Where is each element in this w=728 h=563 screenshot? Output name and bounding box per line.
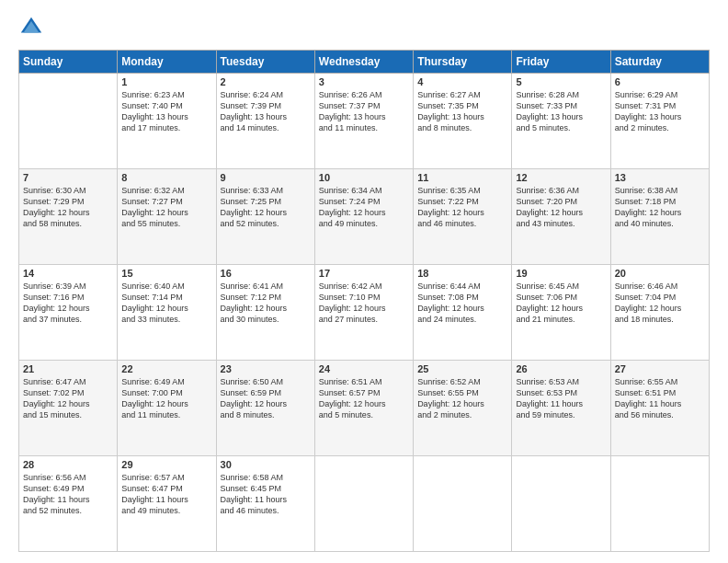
cell-info: Sunrise: 6:34 AMSunset: 7:24 PMDaylight:… xyxy=(319,185,409,230)
calendar-cell: 5Sunrise: 6:28 AMSunset: 7:33 PMDaylight… xyxy=(512,74,610,169)
day-number: 25 xyxy=(417,363,507,374)
header-row: SundayMondayTuesdayWednesdayThursdayFrid… xyxy=(19,51,710,74)
calendar-cell: 23Sunrise: 6:50 AMSunset: 6:59 PMDayligh… xyxy=(216,361,314,456)
calendar-cell: 19Sunrise: 6:45 AMSunset: 7:06 PMDayligh… xyxy=(512,265,610,361)
cell-info: Sunrise: 6:53 AMSunset: 6:53 PMDaylight:… xyxy=(516,376,606,421)
header xyxy=(18,15,710,40)
day-number: 13 xyxy=(615,172,705,183)
calendar-cell xyxy=(314,456,413,552)
cell-info: Sunrise: 6:40 AMSunset: 7:14 PMDaylight:… xyxy=(121,281,211,326)
cell-info: Sunrise: 6:32 AMSunset: 7:27 PMDaylight:… xyxy=(121,185,211,230)
day-number: 30 xyxy=(221,459,311,470)
day-number: 18 xyxy=(417,268,507,279)
logo-icon xyxy=(18,15,44,40)
calendar-cell xyxy=(512,456,610,552)
calendar-cell: 18Sunrise: 6:44 AMSunset: 7:08 PMDayligh… xyxy=(414,265,512,361)
day-number: 26 xyxy=(516,363,606,374)
cell-info: Sunrise: 6:50 AMSunset: 6:59 PMDaylight:… xyxy=(221,376,311,421)
cell-info: Sunrise: 6:58 AMSunset: 6:45 PMDaylight:… xyxy=(221,472,311,517)
calendar-cell: 11Sunrise: 6:35 AMSunset: 7:22 PMDayligh… xyxy=(414,169,512,265)
day-number: 24 xyxy=(319,363,409,374)
cell-info: Sunrise: 6:55 AMSunset: 6:51 PMDaylight:… xyxy=(615,376,705,421)
cell-info: Sunrise: 6:57 AMSunset: 6:47 PMDaylight:… xyxy=(121,472,211,517)
cell-info: Sunrise: 6:49 AMSunset: 7:00 PMDaylight:… xyxy=(121,376,211,421)
cell-info: Sunrise: 6:45 AMSunset: 7:06 PMDaylight:… xyxy=(516,281,606,326)
calendar-cell: 3Sunrise: 6:26 AMSunset: 7:37 PMDaylight… xyxy=(314,74,413,169)
day-number: 4 xyxy=(417,76,507,87)
header-cell-saturday: Saturday xyxy=(610,51,709,74)
cell-info: Sunrise: 6:41 AMSunset: 7:12 PMDaylight:… xyxy=(221,281,311,326)
week-row-3: 14Sunrise: 6:39 AMSunset: 7:16 PMDayligh… xyxy=(19,265,710,361)
calendar-cell: 16Sunrise: 6:41 AMSunset: 7:12 PMDayligh… xyxy=(216,265,314,361)
cell-info: Sunrise: 6:38 AMSunset: 7:18 PMDaylight:… xyxy=(615,185,705,230)
header-cell-tuesday: Tuesday xyxy=(216,51,314,74)
day-number: 23 xyxy=(221,363,311,374)
cell-info: Sunrise: 6:56 AMSunset: 6:49 PMDaylight:… xyxy=(23,472,113,517)
calendar-cell: 25Sunrise: 6:52 AMSunset: 6:55 PMDayligh… xyxy=(414,361,512,456)
day-number: 20 xyxy=(615,268,705,279)
cell-info: Sunrise: 6:26 AMSunset: 7:37 PMDaylight:… xyxy=(319,89,409,134)
cell-info: Sunrise: 6:29 AMSunset: 7:31 PMDaylight:… xyxy=(615,89,705,134)
header-cell-thursday: Thursday xyxy=(414,51,512,74)
day-number: 16 xyxy=(221,268,311,279)
day-number: 7 xyxy=(23,172,113,183)
cell-info: Sunrise: 6:24 AMSunset: 7:39 PMDaylight:… xyxy=(221,89,311,134)
header-cell-monday: Monday xyxy=(118,51,216,74)
header-cell-sunday: Sunday xyxy=(19,51,118,74)
day-number: 9 xyxy=(221,172,311,183)
day-number: 3 xyxy=(319,76,409,87)
calendar-cell: 13Sunrise: 6:38 AMSunset: 7:18 PMDayligh… xyxy=(610,169,709,265)
day-number: 6 xyxy=(615,76,705,87)
calendar-cell xyxy=(414,456,512,552)
calendar-cell: 2Sunrise: 6:24 AMSunset: 7:39 PMDaylight… xyxy=(216,74,314,169)
cell-info: Sunrise: 6:44 AMSunset: 7:08 PMDaylight:… xyxy=(417,281,507,326)
calendar-cell: 6Sunrise: 6:29 AMSunset: 7:31 PMDaylight… xyxy=(610,74,709,169)
calendar-cell: 24Sunrise: 6:51 AMSunset: 6:57 PMDayligh… xyxy=(314,361,413,456)
cell-info: Sunrise: 6:30 AMSunset: 7:29 PMDaylight:… xyxy=(23,185,113,230)
day-number: 19 xyxy=(516,268,606,279)
calendar-cell: 29Sunrise: 6:57 AMSunset: 6:47 PMDayligh… xyxy=(118,456,216,552)
day-number: 27 xyxy=(615,363,705,374)
header-cell-wednesday: Wednesday xyxy=(314,51,413,74)
calendar-cell: 17Sunrise: 6:42 AMSunset: 7:10 PMDayligh… xyxy=(314,265,413,361)
day-number: 28 xyxy=(23,459,113,470)
calendar-cell: 12Sunrise: 6:36 AMSunset: 7:20 PMDayligh… xyxy=(512,169,610,265)
week-row-1: 1Sunrise: 6:23 AMSunset: 7:40 PMDaylight… xyxy=(19,74,710,169)
calendar-cell xyxy=(610,456,709,552)
week-row-4: 21Sunrise: 6:47 AMSunset: 7:02 PMDayligh… xyxy=(19,361,710,456)
cell-info: Sunrise: 6:33 AMSunset: 7:25 PMDaylight:… xyxy=(221,185,311,230)
day-number: 17 xyxy=(319,268,409,279)
day-number: 21 xyxy=(23,363,113,374)
day-number: 2 xyxy=(221,76,311,87)
page: SundayMondayTuesdayWednesdayThursdayFrid… xyxy=(0,0,728,563)
cell-info: Sunrise: 6:36 AMSunset: 7:20 PMDaylight:… xyxy=(516,185,606,230)
calendar-cell: 14Sunrise: 6:39 AMSunset: 7:16 PMDayligh… xyxy=(19,265,118,361)
calendar-cell: 4Sunrise: 6:27 AMSunset: 7:35 PMDaylight… xyxy=(414,74,512,169)
day-number: 5 xyxy=(516,76,606,87)
header-cell-friday: Friday xyxy=(512,51,610,74)
day-number: 15 xyxy=(121,268,211,279)
calendar-cell: 8Sunrise: 6:32 AMSunset: 7:27 PMDaylight… xyxy=(118,169,216,265)
calendar-cell: 1Sunrise: 6:23 AMSunset: 7:40 PMDaylight… xyxy=(118,74,216,169)
week-row-2: 7Sunrise: 6:30 AMSunset: 7:29 PMDaylight… xyxy=(19,169,710,265)
calendar-cell: 21Sunrise: 6:47 AMSunset: 7:02 PMDayligh… xyxy=(19,361,118,456)
calendar-cell: 10Sunrise: 6:34 AMSunset: 7:24 PMDayligh… xyxy=(314,169,413,265)
calendar-cell: 28Sunrise: 6:56 AMSunset: 6:49 PMDayligh… xyxy=(19,456,118,552)
calendar-cell: 20Sunrise: 6:46 AMSunset: 7:04 PMDayligh… xyxy=(610,265,709,361)
cell-info: Sunrise: 6:27 AMSunset: 7:35 PMDaylight:… xyxy=(417,89,507,134)
day-number: 1 xyxy=(121,76,211,87)
cell-info: Sunrise: 6:35 AMSunset: 7:22 PMDaylight:… xyxy=(417,185,507,230)
day-number: 22 xyxy=(121,363,211,374)
cell-info: Sunrise: 6:39 AMSunset: 7:16 PMDaylight:… xyxy=(23,281,113,326)
calendar-cell: 26Sunrise: 6:53 AMSunset: 6:53 PMDayligh… xyxy=(512,361,610,456)
cell-info: Sunrise: 6:52 AMSunset: 6:55 PMDaylight:… xyxy=(417,376,507,421)
cell-info: Sunrise: 6:23 AMSunset: 7:40 PMDaylight:… xyxy=(121,89,211,134)
calendar-cell: 15Sunrise: 6:40 AMSunset: 7:14 PMDayligh… xyxy=(118,265,216,361)
day-number: 14 xyxy=(23,268,113,279)
week-row-5: 28Sunrise: 6:56 AMSunset: 6:49 PMDayligh… xyxy=(19,456,710,552)
calendar-cell: 30Sunrise: 6:58 AMSunset: 6:45 PMDayligh… xyxy=(216,456,314,552)
day-number: 10 xyxy=(319,172,409,183)
cell-info: Sunrise: 6:46 AMSunset: 7:04 PMDaylight:… xyxy=(615,281,705,326)
calendar-cell: 7Sunrise: 6:30 AMSunset: 7:29 PMDaylight… xyxy=(19,169,118,265)
calendar-table: SundayMondayTuesdayWednesdayThursdayFrid… xyxy=(18,50,710,552)
